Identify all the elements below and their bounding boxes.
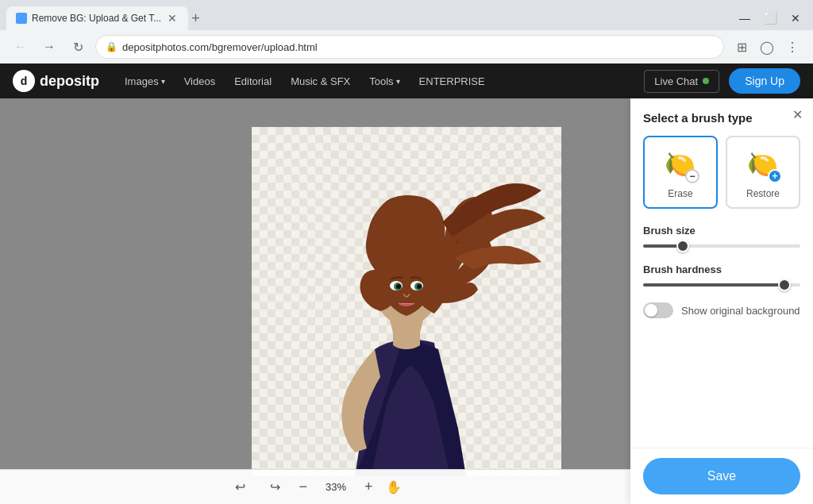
tab-title: Remove BG: Upload & Get T... <box>32 13 161 24</box>
refresh-btn[interactable]: ↻ <box>67 36 89 58</box>
save-btn[interactable]: Save <box>643 458 800 494</box>
window-controls: — ⬜ ✕ <box>734 7 807 29</box>
signup-btn[interactable]: Sign Up <box>729 68 800 94</box>
nav-editorial[interactable]: Editorial <box>225 63 281 98</box>
restore-label: Restore <box>746 188 780 199</box>
redo-btn[interactable]: ↪ <box>264 476 286 498</box>
browser-actions: ⊞ ◯ ⋮ <box>730 36 803 58</box>
profile-btn[interactable]: ◯ <box>756 36 778 58</box>
new-tab-btn[interactable]: + <box>191 10 200 27</box>
show-original-label: Show original background <box>681 305 800 317</box>
live-chat-label: Live Chat <box>654 75 698 87</box>
minus-icon: − <box>685 169 699 183</box>
tab-favicon <box>16 13 27 24</box>
brush-size-section: Brush size <box>643 225 800 248</box>
brush-type-grid: 🍋 − Erase 🍋 + Restore <box>643 136 800 209</box>
tab-close-btn[interactable]: ✕ <box>166 12 179 25</box>
nav-enterprise[interactable]: ENTERPRISE <box>410 63 495 98</box>
panel-footer: Save <box>630 448 813 504</box>
cursor-tool-btn[interactable]: ✋ <box>386 479 402 494</box>
brush-size-slider[interactable] <box>643 244 800 248</box>
toggle-knob <box>645 304 657 317</box>
menu-btn[interactable]: ⋮ <box>781 36 803 58</box>
erase-icon-container: 🍋 − <box>661 145 699 183</box>
restore-icon-container: 🍋 + <box>744 145 782 183</box>
tools-arrow: ▾ <box>396 77 400 86</box>
zoom-out-btn[interactable]: − <box>299 479 307 495</box>
url-bar[interactable]: 🔒 depositphotos.com/bgremover/upload.htm… <box>95 35 724 59</box>
edited-image <box>252 127 561 476</box>
panel-close-btn[interactable]: ✕ <box>788 105 807 124</box>
brush-hardness-label: Brush hardness <box>643 264 800 275</box>
show-original-row: Show original background <box>643 302 800 318</box>
svg-point-6 <box>396 284 401 289</box>
undo-btn[interactable]: ↩ <box>229 476 251 498</box>
logo-text: depositp <box>40 73 99 90</box>
panel-title: Select a brush type <box>643 111 800 125</box>
url-text: depositphotos.com/bgremover/upload.html <box>122 41 714 53</box>
zoom-in-btn[interactable]: + <box>364 479 373 495</box>
brush-hardness-fill <box>643 283 784 287</box>
show-original-toggle[interactable] <box>643 302 673 318</box>
canvas-container <box>252 127 561 476</box>
brush-hardness-section: Brush hardness <box>643 264 800 287</box>
active-tab[interactable]: Remove BG: Upload & Get T... ✕ <box>6 6 188 30</box>
app-nav: d depositp Images ▾ Videos Editorial Mus… <box>0 63 813 98</box>
maximize-btn[interactable]: ⬜ <box>759 7 781 29</box>
brush-size-label: Brush size <box>643 225 800 237</box>
nav-tools[interactable]: Tools ▾ <box>360 63 409 98</box>
brush-size-thumb[interactable] <box>676 240 689 252</box>
main-area: ↩ ↪ − 33% + ✋ ✕ Select a brush type 🍋 − … <box>0 98 813 504</box>
erase-label: Erase <box>668 188 692 199</box>
tab-bar: Remove BG: Upload & Get T... ✕ + — ⬜ ✕ <box>0 0 813 30</box>
nav-images[interactable]: Images ▾ <box>115 63 175 98</box>
images-arrow: ▾ <box>161 77 165 86</box>
back-btn[interactable]: ← <box>10 36 32 58</box>
brush-hardness-slider[interactable] <box>643 283 800 287</box>
plus-icon: + <box>768 169 782 183</box>
translate-btn[interactable]: ⊞ <box>730 36 753 58</box>
address-bar: ← → ↻ 🔒 depositphotos.com/bgremover/uplo… <box>0 30 813 63</box>
side-panel: ✕ Select a brush type 🍋 − Erase 🍋 + <box>630 98 813 504</box>
panel-content: ✕ Select a brush type 🍋 − Erase 🍋 + <box>630 98 813 448</box>
bottom-toolbar: ↩ ↪ − 33% + ✋ <box>0 469 630 504</box>
logo-icon: d <box>13 70 35 92</box>
minimize-btn[interactable]: — <box>734 7 756 29</box>
live-chat-btn[interactable]: Live Chat <box>644 70 719 93</box>
live-dot <box>703 78 709 84</box>
forward-btn[interactable]: → <box>38 36 60 58</box>
zoom-level: 33% <box>320 481 352 493</box>
app-logo: d depositp <box>13 70 99 92</box>
close-btn[interactable]: ✕ <box>784 7 807 29</box>
svg-point-7 <box>417 284 422 289</box>
restore-brush-option[interactable]: 🍋 + Restore <box>726 136 800 209</box>
nav-videos[interactable]: Videos <box>175 63 225 98</box>
erase-brush-option[interactable]: 🍋 − Erase <box>643 136 718 209</box>
nav-music[interactable]: Music & SFX <box>281 63 360 98</box>
secure-icon: 🔒 <box>106 41 118 52</box>
brush-hardness-thumb[interactable] <box>778 279 791 291</box>
